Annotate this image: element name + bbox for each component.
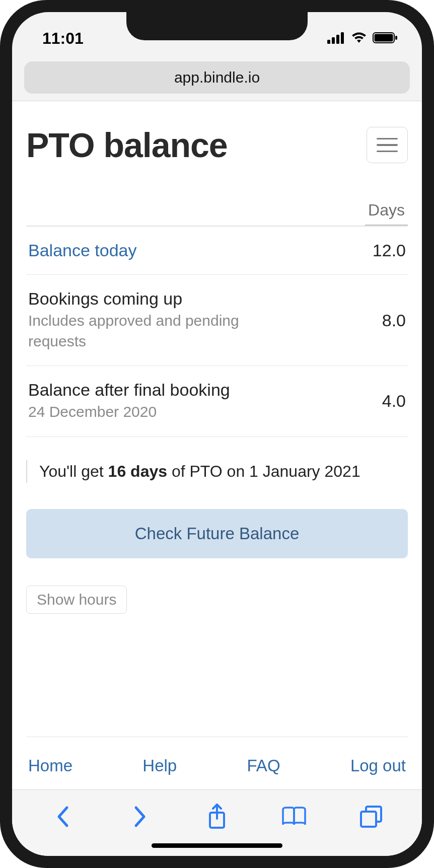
table-row: Bookings coming up Includes approved and… bbox=[26, 275, 408, 366]
footer-link-help[interactable]: Help bbox=[142, 756, 177, 775]
check-future-balance-button[interactable]: Check Future Balance bbox=[26, 509, 408, 558]
accrual-amount: 16 days bbox=[108, 462, 167, 480]
footer-link-logout[interactable]: Log out bbox=[350, 756, 406, 775]
wifi-icon bbox=[350, 29, 368, 48]
row-title-bookings: Bookings coming up bbox=[28, 289, 290, 309]
table-header: Days bbox=[26, 201, 408, 227]
share-button[interactable] bbox=[202, 802, 232, 832]
table-row[interactable]: Balance today 12.0 bbox=[26, 227, 408, 275]
row-value: 12.0 bbox=[373, 241, 406, 260]
row-subtitle: Includes approved and pending requests bbox=[28, 311, 290, 351]
bookmarks-button[interactable] bbox=[279, 802, 309, 832]
footer-nav: Home Help FAQ Log out bbox=[26, 737, 408, 789]
status-icons bbox=[327, 29, 398, 48]
status-time: 11:01 bbox=[42, 29, 84, 48]
row-value: 8.0 bbox=[382, 311, 406, 330]
hamburger-icon bbox=[377, 138, 398, 140]
row-subtitle: 24 December 2020 bbox=[28, 402, 230, 422]
show-hours-button[interactable]: Show hours bbox=[26, 586, 127, 614]
footer-link-faq[interactable]: FAQ bbox=[247, 756, 280, 775]
accrual-suffix: of PTO on 1 January 2021 bbox=[167, 462, 360, 480]
svg-rect-1 bbox=[332, 37, 335, 44]
url-text: app.bindle.io bbox=[174, 69, 260, 86]
battery-icon bbox=[373, 29, 398, 48]
share-icon bbox=[207, 804, 227, 830]
tabs-icon bbox=[359, 805, 383, 829]
table-row: Balance after final booking 24 December … bbox=[26, 366, 408, 437]
row-title-after-final: Balance after final booking bbox=[28, 380, 230, 400]
back-button[interactable] bbox=[48, 802, 78, 832]
svg-rect-0 bbox=[327, 40, 330, 44]
browser-chrome-top: app.bindle.io bbox=[12, 57, 422, 101]
chevron-right-icon bbox=[133, 806, 147, 828]
page-title: PTO balance bbox=[26, 125, 228, 165]
menu-button[interactable] bbox=[367, 127, 408, 163]
page-content: PTO balance Days Balance today 12.0 Book… bbox=[12, 101, 422, 789]
cellular-icon bbox=[327, 29, 345, 48]
accrual-callout: You'll get 16 days of PTO on 1 January 2… bbox=[26, 460, 408, 483]
row-title-balance-today: Balance today bbox=[28, 241, 137, 260]
svg-rect-2 bbox=[336, 35, 339, 44]
row-value: 4.0 bbox=[382, 391, 406, 411]
footer-link-home[interactable]: Home bbox=[28, 756, 73, 775]
device-notch bbox=[126, 12, 308, 40]
forward-button[interactable] bbox=[125, 802, 155, 832]
svg-rect-3 bbox=[341, 32, 344, 44]
svg-rect-10 bbox=[361, 812, 376, 827]
home-indicator[interactable] bbox=[152, 843, 282, 848]
book-icon bbox=[281, 806, 307, 828]
accrual-prefix: You'll get bbox=[39, 462, 108, 480]
url-bar[interactable]: app.bindle.io bbox=[24, 61, 410, 94]
svg-rect-5 bbox=[375, 34, 393, 41]
svg-rect-6 bbox=[395, 36, 397, 40]
column-days: Days bbox=[365, 201, 408, 226]
chevron-left-icon bbox=[56, 806, 70, 828]
tabs-button[interactable] bbox=[356, 802, 386, 832]
